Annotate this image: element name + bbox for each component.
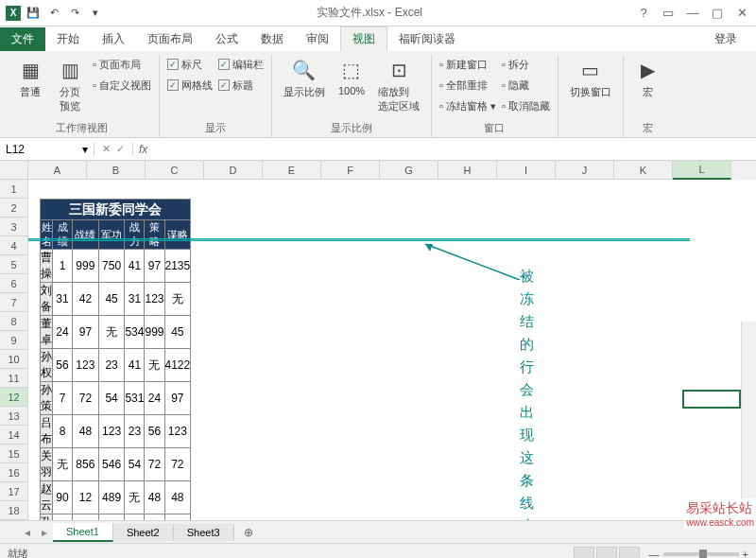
col-header[interactable]: I bbox=[497, 161, 556, 180]
login-link[interactable]: 登录 bbox=[703, 27, 756, 51]
pagelayout-button[interactable]: ▫ 页面布局 bbox=[93, 55, 151, 74]
arrange-button[interactable]: ▫ 全部重排 bbox=[439, 76, 496, 95]
col-header[interactable]: A bbox=[28, 161, 87, 180]
sheet-tab-2[interactable]: Sheet2 bbox=[113, 524, 174, 541]
tab-review[interactable]: 审阅 bbox=[295, 27, 340, 51]
view-pagebreak-button[interactable] bbox=[619, 547, 640, 559]
pagebreak-button[interactable]: ▥分页 预览 bbox=[53, 55, 87, 115]
row-header[interactable]: 12 bbox=[0, 388, 28, 407]
close-icon[interactable]: ✕ bbox=[733, 6, 750, 20]
view-normal-button[interactable] bbox=[574, 547, 594, 559]
tab-home[interactable]: 开始 bbox=[45, 27, 91, 51]
tab-layout[interactable]: 页面布局 bbox=[136, 27, 204, 51]
spreadsheet-grid[interactable]: ABCDEFGHIJKL 123456789101112131415161718… bbox=[0, 161, 756, 520]
fx-icon[interactable]: fx bbox=[133, 143, 153, 156]
redo-icon[interactable]: ↷ bbox=[66, 5, 83, 22]
row-header[interactable]: 10 bbox=[0, 350, 28, 369]
minimize-icon[interactable]: — bbox=[684, 6, 701, 20]
row-header[interactable]: 2 bbox=[0, 199, 28, 218]
switchwindow-button[interactable]: ▭切换窗口 bbox=[566, 55, 615, 101]
tab-formula[interactable]: 公式 bbox=[204, 27, 249, 51]
zoom100-button[interactable]: ⬚100% bbox=[335, 55, 369, 98]
ribbon-opts-icon[interactable]: ▭ bbox=[660, 6, 677, 20]
tab-insert[interactable]: 插入 bbox=[91, 27, 136, 51]
row-header[interactable]: 4 bbox=[0, 236, 28, 255]
sheet-nav-next-icon[interactable]: ▸ bbox=[36, 526, 53, 539]
add-sheet-button[interactable]: ⊕ bbox=[234, 526, 263, 539]
vertical-scrollbar[interactable] bbox=[741, 322, 756, 520]
hide-button[interactable]: ▫ 隐藏 bbox=[502, 76, 550, 95]
maximize-icon[interactable]: ▢ bbox=[709, 6, 726, 20]
select-all-corner[interactable] bbox=[0, 161, 28, 180]
row-header[interactable]: 8 bbox=[0, 312, 28, 331]
save-icon[interactable]: 💾 bbox=[25, 5, 42, 22]
row-header[interactable]: 16 bbox=[0, 463, 28, 482]
sheet-tab-3[interactable]: Sheet3 bbox=[174, 524, 234, 541]
col-header[interactable]: C bbox=[146, 161, 204, 180]
qat-dropdown-icon[interactable]: ▾ bbox=[87, 5, 104, 22]
row-header[interactable]: 14 bbox=[0, 426, 28, 445]
view-layout-button[interactable] bbox=[596, 547, 617, 559]
row-header[interactable]: 15 bbox=[0, 445, 28, 463]
row-header[interactable]: 5 bbox=[0, 255, 28, 274]
zoom-in-button[interactable]: + bbox=[743, 549, 748, 559]
macros-button[interactable]: ▶宏 bbox=[631, 55, 665, 101]
row-header[interactable]: 11 bbox=[0, 369, 28, 388]
active-cell[interactable] bbox=[682, 390, 741, 409]
zoom-button[interactable]: 🔍显示比例 bbox=[280, 55, 329, 101]
pagebreak-icon: ▥ bbox=[57, 57, 83, 83]
col-header[interactable]: G bbox=[380, 161, 438, 180]
zoom-icon: 🔍 bbox=[291, 57, 318, 83]
row-header[interactable]: 1 bbox=[0, 180, 28, 199]
formulabar-checkbox[interactable]: ✓编辑栏 bbox=[218, 55, 264, 74]
tab-foxit[interactable]: 福昕阅读器 bbox=[387, 27, 467, 51]
col-header[interactable]: F bbox=[321, 161, 380, 180]
row-header[interactable]: 13 bbox=[0, 407, 28, 426]
gridlines-checkbox[interactable]: ✓网格线 bbox=[167, 76, 213, 95]
row-header[interactable]: 17 bbox=[0, 482, 28, 501]
col-header[interactable]: H bbox=[438, 161, 497, 180]
undo-icon[interactable]: ↶ bbox=[45, 5, 62, 22]
svg-marker-1 bbox=[425, 244, 433, 252]
zoom-slider[interactable] bbox=[663, 552, 739, 556]
tab-data[interactable]: 数据 bbox=[249, 27, 295, 51]
tab-file[interactable]: 文件 bbox=[0, 27, 45, 51]
row-header[interactable]: 18 bbox=[0, 501, 28, 520]
formula-input[interactable] bbox=[153, 142, 756, 156]
switchwin-icon: ▭ bbox=[577, 57, 604, 83]
svg-line-0 bbox=[425, 244, 520, 280]
sheet-tab-1[interactable]: Sheet1 bbox=[53, 523, 113, 542]
zoomsel-button[interactable]: ⊡缩放到 选定区域 bbox=[374, 55, 423, 115]
col-header[interactable]: B bbox=[87, 161, 146, 180]
row-header[interactable]: 3 bbox=[0, 218, 28, 236]
window-title: 实验文件.xlsx - Excel bbox=[104, 5, 635, 21]
help-icon[interactable]: ? bbox=[635, 6, 652, 20]
unhide-button[interactable]: ▫ 取消隐藏 bbox=[502, 96, 550, 115]
cancel-fx-icon[interactable]: ✕ bbox=[102, 143, 111, 155]
col-header[interactable]: J bbox=[556, 161, 614, 180]
newwindow-button[interactable]: ▫ 新建窗口 bbox=[439, 55, 496, 74]
split-button[interactable]: ▫ 拆分 bbox=[502, 55, 550, 74]
col-header[interactable]: D bbox=[204, 161, 263, 180]
zoom-out-button[interactable]: — bbox=[649, 549, 660, 559]
enter-fx-icon[interactable]: ✓ bbox=[116, 143, 125, 155]
tab-view[interactable]: 视图 bbox=[340, 26, 387, 51]
row-header[interactable]: 6 bbox=[0, 274, 28, 293]
sheet-nav-prev-icon[interactable]: ◂ bbox=[19, 526, 36, 539]
freeze-button[interactable]: ▫ 冻结窗格 ▾ bbox=[439, 96, 496, 115]
ruler-checkbox[interactable]: ✓标尺 bbox=[167, 55, 213, 74]
row-header[interactable]: 7 bbox=[0, 293, 28, 312]
zoomsel-icon: ⊡ bbox=[386, 57, 412, 83]
col-header[interactable]: E bbox=[263, 161, 321, 180]
customview-button[interactable]: ▫ 自定义视图 bbox=[93, 76, 151, 95]
normal-view-button[interactable]: ▦普通 bbox=[13, 55, 47, 101]
formula-bar: L12▾ ✕✓ fx bbox=[0, 138, 756, 161]
grid-icon: ▦ bbox=[17, 57, 43, 83]
name-box[interactable]: L12▾ bbox=[0, 143, 94, 156]
title-bar: X 💾 ↶ ↷ ▾ 实验文件.xlsx - Excel ? ▭ — ▢ ✕ bbox=[0, 0, 756, 26]
chevron-down-icon[interactable]: ▾ bbox=[82, 143, 88, 156]
row-header[interactable]: 9 bbox=[0, 331, 28, 350]
col-header[interactable]: L bbox=[673, 161, 731, 180]
col-header[interactable]: K bbox=[614, 161, 673, 180]
headings-checkbox[interactable]: ✓标题 bbox=[218, 76, 264, 95]
